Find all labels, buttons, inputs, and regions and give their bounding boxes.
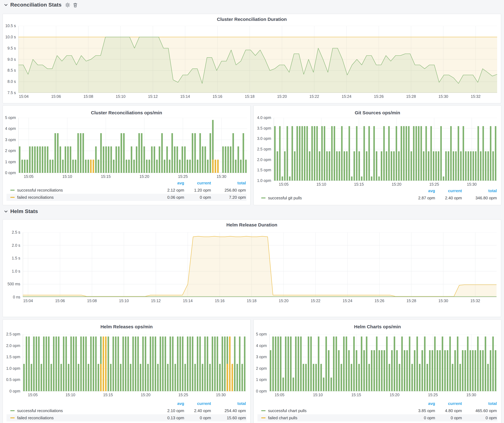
x-axis-tick-label: 15:25	[423, 393, 443, 397]
legend-total-value: 465.60 opm	[462, 408, 498, 413]
legend-col-avg[interactable]: avg	[407, 188, 436, 193]
section-delete-button[interactable]	[73, 2, 78, 7]
x-axis-tick-label: 15:14	[178, 299, 198, 303]
chevron-down-icon	[4, 210, 7, 213]
legend-row-successful-git-pulls[interactable]: successful git pulls 2.87 opm 2.40 opm 3…	[258, 194, 498, 201]
y-axis-tick-label: 2.0 opm	[254, 157, 271, 162]
y-axis-tick-label: 1.0 opm	[254, 178, 271, 183]
legend-row-failed-chart-pulls[interactable]: failed chart pulls 0 opm 0 opm 0 opm	[258, 414, 498, 422]
legend-row-failed-reconciliations[interactable]: failed reconciliations 0.13 opm 0 opm 15…	[6, 414, 246, 422]
x-axis-tick-label: 15:15	[96, 174, 116, 179]
panel-title[interactable]: Helm Charts ops/min	[254, 324, 501, 329]
legend: avg current total successful reconciliat…	[6, 179, 246, 201]
legend-current-value: 1.20 opm	[185, 188, 212, 193]
section-title[interactable]: Helm Stats	[10, 208, 38, 215]
y-axis-tick-label: 5 opm	[3, 115, 16, 120]
x-axis-tick-label: 15:10	[311, 182, 331, 187]
section-reconciliation-stats[interactable]: Reconciliation Stats	[4, 2, 78, 8]
series-color-dash-icon	[10, 197, 15, 198]
helm-release-duration-chart[interactable]	[23, 232, 497, 297]
legend-col-total[interactable]: total	[462, 188, 498, 193]
x-axis-tick-label: 15:24	[337, 94, 357, 99]
cluster-reconciliations-ops-chart[interactable]	[18, 118, 247, 173]
x-axis-tick-label: 15:20	[385, 393, 405, 397]
x-axis-tick-label: 15:08	[82, 299, 102, 303]
legend-header-row: avg current total	[258, 187, 498, 194]
legend-col-avg[interactable]: avg	[156, 181, 185, 185]
x-axis-tick-label: 15:04	[14, 94, 34, 99]
x-axis-tick-label: 15:05	[274, 182, 294, 187]
panel-title[interactable]: Helm Release Duration	[3, 222, 501, 227]
panel-title[interactable]: Cluster Reconciliation Duration	[3, 17, 501, 22]
x-axis-tick-label: 15:28	[401, 94, 421, 99]
y-axis-tick-label: 1 opm	[3, 159, 16, 164]
y-axis-tick-label: 2 opm	[254, 366, 267, 371]
x-axis-tick-label: 15:30	[433, 299, 453, 303]
y-axis-tick-label: 10.0 s	[3, 35, 16, 40]
x-axis-tick-label: 15:20	[274, 299, 294, 303]
legend-row-failed-reconciliations[interactable]: failed reconciliations 0.06 opm 0 opm 7.…	[6, 194, 246, 201]
legend-col-total[interactable]: total	[212, 181, 246, 185]
legend-label[interactable]: failed reconciliations	[17, 416, 54, 420]
y-axis-tick-label: 3.0 opm	[254, 136, 271, 141]
legend-col-total[interactable]: total	[462, 401, 498, 406]
legend-label[interactable]: failed reconciliations	[17, 195, 54, 200]
panel-title[interactable]: Helm Releases ops/min	[3, 324, 250, 329]
y-axis-tick-label: 8.5 s	[3, 68, 16, 73]
panel-title[interactable]: Git Sources ops/min	[254, 110, 501, 115]
legend-avg-value: 2.10 opm	[156, 408, 185, 413]
panel-git-sources-ops: Git Sources ops/min avg current total su…	[253, 105, 502, 205]
x-axis-tick-label: 15:20	[272, 94, 292, 99]
legend-col-current[interactable]: current	[436, 401, 462, 406]
y-axis-tick-label: 2.5 opm	[3, 332, 20, 337]
y-axis-tick-label: 2 opm	[3, 148, 16, 153]
legend-col-current[interactable]: current	[436, 188, 462, 193]
legend-total-value: 7.20 opm	[212, 195, 246, 200]
legend-label[interactable]: successful reconciliations	[17, 408, 63, 413]
legend-label[interactable]: failed chart pulls	[268, 416, 297, 420]
legend-total-value: 256.80 opm	[212, 188, 246, 193]
x-axis-tick-label: 15:05	[19, 174, 39, 179]
helm-charts-ops-chart[interactable]	[269, 334, 497, 391]
legend-col-total[interactable]: total	[212, 401, 246, 406]
section-helm-stats[interactable]: Helm Stats	[4, 208, 38, 215]
legend-header-row: avg current total	[6, 400, 246, 407]
legend-col-current[interactable]: current	[185, 401, 212, 406]
legend-label[interactable]: successful reconciliations	[17, 188, 63, 193]
legend-col-avg[interactable]: avg	[407, 401, 436, 406]
legend-current-value: 0 opm	[436, 416, 462, 420]
x-axis-tick-label: 15:20	[134, 174, 154, 179]
legend-col-avg[interactable]: avg	[156, 401, 185, 406]
panel-helm-release-duration: Helm Release Duration 0 ns500 ms1.0 s1.5…	[2, 219, 501, 317]
legend-col-current[interactable]: current	[185, 181, 212, 185]
legend-row-successful-reconciliations[interactable]: successful reconciliations 2.12 opm 1.20…	[6, 187, 246, 194]
panel-title[interactable]: Cluster Reconciliations ops/min	[3, 110, 250, 115]
x-axis-tick-label: 15:30	[211, 174, 231, 179]
x-axis-tick-label: 15:10	[114, 299, 134, 303]
legend-header-row: avg current total	[6, 179, 246, 187]
legend-label[interactable]: successful chart pulls	[268, 408, 306, 413]
helm-releases-ops-chart[interactable]	[23, 334, 246, 391]
section-title[interactable]: Reconciliation Stats	[10, 2, 61, 8]
series-color-dash-icon	[261, 410, 265, 411]
section-settings-button[interactable]	[65, 2, 70, 7]
cluster-reconciliation-duration-chart[interactable]	[18, 26, 497, 93]
legend-row-successful-reconciliations[interactable]: successful reconciliations 2.10 opm 2.40…	[6, 407, 246, 414]
y-axis-tick-label: 1.5 opm	[254, 168, 271, 173]
legend-row-successful-chart-pulls[interactable]: successful chart pulls 3.85 opm 4.80 opm…	[258, 407, 498, 414]
legend-total-value: 254.40 opm	[212, 408, 246, 413]
chevron-down-icon	[4, 4, 7, 6]
y-axis-tick-label: 500 ms	[3, 282, 20, 287]
x-axis-tick-label: 15:25	[173, 174, 193, 179]
legend-label[interactable]: successful git pulls	[268, 196, 302, 200]
x-axis-tick-label: 15:18	[240, 94, 260, 99]
x-axis-tick-label: 15:15	[98, 393, 118, 397]
x-axis-tick-label: 15:08	[78, 94, 98, 99]
x-axis-tick-label: 15:10	[57, 174, 77, 179]
y-axis-tick-label: 1 opm	[254, 377, 267, 382]
legend-current-value: 2.40 opm	[185, 408, 212, 413]
legend-total-value: 15.60 opm	[212, 416, 246, 420]
x-axis-tick-label: 15:04	[18, 299, 38, 303]
legend-avg-value: 0 opm	[407, 416, 436, 420]
git-sources-ops-chart[interactable]	[274, 118, 497, 181]
